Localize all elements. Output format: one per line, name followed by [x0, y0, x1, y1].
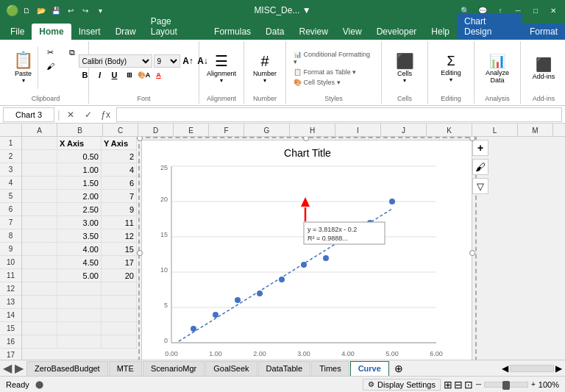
zoom-slider-track[interactable]	[484, 382, 528, 388]
row-num-6[interactable]: 6	[0, 203, 21, 216]
cell-c10[interactable]: 17	[102, 256, 137, 269]
cell-a1[interactable]	[22, 137, 57, 150]
save-icon[interactable]: 💾	[50, 4, 62, 16]
redo-icon[interactable]: ↪	[79, 4, 91, 16]
col-header-j[interactable]: J	[381, 124, 427, 137]
sheet-nav-right[interactable]: ▶	[15, 361, 26, 375]
cell-c8[interactable]: 12	[102, 229, 137, 243]
cell-c4[interactable]: 6	[102, 177, 137, 190]
cell-a3[interactable]	[22, 163, 57, 177]
col-header-h[interactable]: H	[290, 124, 335, 137]
row-num-14[interactable]: 14	[0, 309, 21, 322]
zoom-in-button[interactable]: +	[531, 380, 536, 388]
alignment-button[interactable]: ☰ Alignment ▾	[205, 50, 238, 87]
tab-help[interactable]: Help	[424, 24, 457, 40]
sheet-tab-zerobasedbudget[interactable]: ZeroBasedBudget	[26, 361, 108, 376]
sheet-tab-goalseek[interactable]: GoalSeek	[205, 361, 257, 376]
tab-file[interactable]: File	[3, 24, 32, 40]
confirm-formula-icon[interactable]: ✓	[81, 107, 96, 122]
cell-b11[interactable]: 5.00	[57, 269, 102, 282]
close-icon[interactable]: ✕	[547, 4, 559, 16]
normal-view-button[interactable]: ⊞	[444, 379, 452, 391]
open-icon[interactable]: 📂	[35, 4, 47, 16]
increase-font-button[interactable]: A↑	[182, 54, 195, 68]
cell-b8[interactable]: 3.50	[57, 229, 102, 243]
col-header-i[interactable]: I	[335, 124, 381, 137]
cell-c2[interactable]: 2	[102, 150, 137, 163]
handle-ml[interactable]	[137, 250, 143, 256]
handle-mr[interactable]	[469, 250, 475, 256]
cell-b4[interactable]: 1.50	[57, 177, 102, 190]
col-header-a[interactable]: A	[22, 124, 57, 137]
row-num-15[interactable]: 15	[0, 322, 21, 335]
cell-styles-button[interactable]: 🎨 Cell Styles ▾	[292, 78, 375, 87]
chart-filter-button[interactable]: ▽	[472, 178, 488, 194]
addins-button[interactable]: ⬛ Add-ins	[527, 47, 561, 90]
row-num-9[interactable]: 9	[0, 243, 21, 256]
sheet-tab-curve[interactable]: Curve	[350, 361, 389, 376]
cell-a2[interactable]	[22, 150, 57, 163]
cell-c9[interactable]: 15	[102, 243, 137, 256]
name-box[interactable]	[3, 107, 54, 122]
cell-b6[interactable]: 2.50	[57, 203, 102, 216]
zoom-slider-thumb[interactable]	[502, 381, 510, 390]
cell-c3[interactable]: 4	[102, 163, 137, 177]
row-num-8[interactable]: 8	[0, 229, 21, 243]
zoom-out-button[interactable]: ─	[476, 380, 481, 388]
row-num-2[interactable]: 2	[0, 150, 21, 163]
cell-c6[interactable]: 9	[102, 203, 137, 216]
cut-button[interactable]: ✂	[40, 46, 60, 59]
display-settings-button[interactable]: ⚙ Display Settings	[363, 379, 441, 391]
chart-brush-button[interactable]: 🖌	[472, 159, 488, 175]
col-header-m[interactable]: M	[518, 124, 553, 137]
formula-input[interactable]	[116, 107, 562, 122]
font-size-select[interactable]: 9 10 11 12	[154, 54, 180, 68]
row-num-17[interactable]: 17	[0, 349, 21, 360]
chart-add-button[interactable]: +	[472, 140, 488, 156]
sheet-tab-scenariomgr[interactable]: ScenarioMgr	[143, 361, 205, 376]
row-num-3[interactable]: 3	[0, 163, 21, 177]
cell-c1[interactable]: Y Axis	[102, 137, 137, 150]
more-icon[interactable]: ▾	[94, 4, 106, 16]
cell-c11[interactable]: 20	[102, 269, 137, 282]
tab-draw[interactable]: Draw	[108, 24, 143, 40]
new-icon[interactable]: 🗋	[21, 4, 32, 16]
bold-button[interactable]: B	[79, 68, 92, 82]
undo-icon[interactable]: ↩	[65, 4, 77, 16]
cell-b10[interactable]: 4.50	[57, 256, 102, 269]
tab-developer[interactable]: Developer	[369, 24, 424, 40]
row-num-4[interactable]: 4	[0, 177, 21, 190]
col-header-b[interactable]: B	[57, 124, 103, 137]
row-num-1[interactable]: 1	[0, 137, 21, 150]
row-num-11[interactable]: 11	[0, 269, 21, 282]
cell-b9[interactable]: 4.00	[57, 243, 102, 256]
cell-b3[interactable]: 1.00	[57, 163, 102, 177]
col-header-c[interactable]: C	[103, 124, 138, 137]
col-header-d[interactable]: D	[138, 124, 174, 137]
cell-b5[interactable]: 2.00	[57, 190, 102, 203]
editing-button[interactable]: Σ Editing ▾	[434, 47, 468, 90]
fill-color-button[interactable]: 🎨A	[138, 68, 151, 82]
sheet-tab-datatable[interactable]: DataTable	[258, 361, 311, 376]
tab-format[interactable]: Format	[522, 24, 565, 40]
page-layout-view-button[interactable]: ⊟	[454, 379, 463, 391]
scrollbar-track[interactable]	[510, 365, 554, 372]
tab-review[interactable]: Review	[291, 24, 335, 40]
tab-page-layout[interactable]: Page Layout	[143, 13, 207, 40]
font-family-select[interactable]: Calibri (Body)	[79, 54, 152, 68]
page-break-view-button[interactable]: ⊡	[464, 379, 473, 391]
insert-function-icon[interactable]: ƒx	[99, 107, 113, 122]
tab-view[interactable]: View	[335, 24, 369, 40]
add-sheet-button[interactable]: ⊕	[390, 361, 408, 376]
sheet-nav-left[interactable]: ◀	[3, 361, 15, 375]
cell-c7[interactable]: 11	[102, 216, 137, 229]
scrollbar-left-btn[interactable]: ◀	[502, 363, 508, 374]
number-button[interactable]: # Number ▾	[250, 46, 280, 90]
font-color-button[interactable]: A	[152, 68, 166, 82]
row-num-13[interactable]: 13	[0, 296, 21, 309]
col-header-k[interactable]: K	[427, 124, 472, 137]
sheet-tab-mte[interactable]: MTE	[109, 361, 142, 376]
cell-b1[interactable]: X Axis	[57, 137, 102, 150]
row-num-7[interactable]: 7	[0, 216, 21, 229]
paste-button[interactable]: 📋 Paste ▾	[9, 46, 38, 89]
